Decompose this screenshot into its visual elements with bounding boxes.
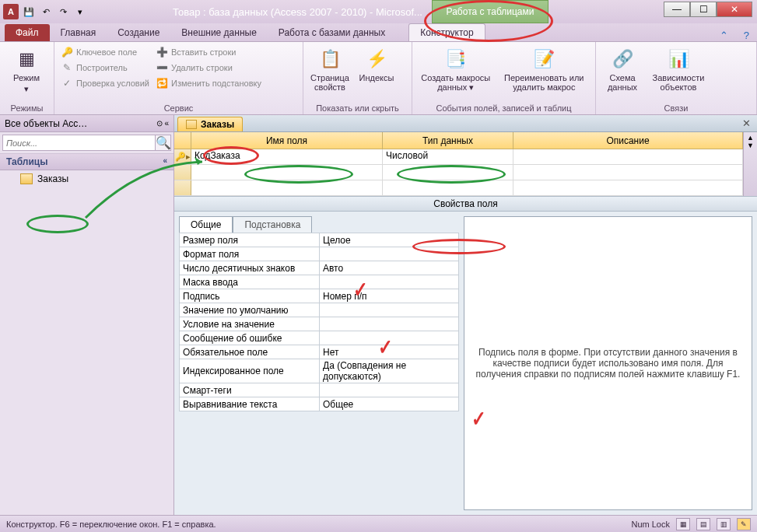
tab-home[interactable]: Главная (50, 24, 107, 41)
property-hint: Подпись поля в форме. При отсутствии дан… (464, 216, 752, 510)
property-name: Значение по умолчанию (180, 303, 320, 317)
property-value[interactable]: Номер п/п (320, 289, 459, 303)
property-row[interactable]: Выравнивание текстаОбщее (180, 397, 459, 411)
primary-key-button[interactable]: 🔑Ключевое поле (59, 45, 151, 59)
datasheet-icon: ▦ (14, 47, 39, 72)
row-selector[interactable]: 🔑▸ (174, 149, 191, 164)
field-row[interactable]: 🔑▸ КодЗаказа Числовой (174, 149, 743, 165)
tab-lookup[interactable]: Подстановка (233, 216, 312, 233)
property-row[interactable]: Размер поляЦелое (180, 233, 459, 247)
col-data-type[interactable]: Тип данных (383, 132, 513, 149)
title-bar: A 💾 ↶ ↷ ▾ Товар : база данных (Access 20… (0, 0, 757, 23)
minimize-button[interactable]: — (664, 2, 690, 17)
close-button[interactable]: ✕ (717, 2, 752, 17)
app-icon[interactable]: A (3, 4, 19, 19)
property-value[interactable]: Авто (320, 261, 459, 275)
tab-design[interactable]: Конструктор (408, 23, 485, 41)
property-row[interactable]: Значение по умолчанию (180, 303, 459, 317)
tab-external-data[interactable]: Внешние данные (170, 24, 268, 41)
doc-close-button[interactable]: ✕ (742, 117, 751, 129)
view-datasheet-button[interactable]: ▦ (676, 518, 690, 530)
property-value[interactable]: Общее (320, 397, 459, 411)
test-validation-button[interactable]: ✓Проверка условий (59, 76, 151, 90)
chevron-down-icon: ⊙ « (156, 119, 169, 128)
table-icon (20, 173, 33, 184)
relationships-button[interactable]: 🔗Схема данных (601, 45, 644, 93)
nav-item-zakazy[interactable]: Заказы (0, 170, 173, 187)
property-row[interactable]: Формат поля (180, 247, 459, 261)
property-row[interactable]: Смарт-теги (180, 383, 459, 397)
property-row[interactable]: Обязательное полеНет (180, 345, 459, 359)
key-icon: 🔑 (61, 46, 73, 58)
status-bar: Конструктор. F6 = переключение окон. F1 … (0, 515, 757, 532)
property-value[interactable]: Да (Совпадения не допускаются) (320, 359, 459, 383)
ribbon: ▦ Режим▾ Режимы 🔑Ключевое поле ✎Построит… (0, 42, 757, 115)
property-value[interactable] (320, 303, 459, 317)
group-tools-label: Сервис (59, 102, 298, 113)
property-row[interactable]: Маска ввода (180, 275, 459, 289)
rename-icon: 📝 (531, 47, 556, 72)
tab-db-tools[interactable]: Работа с базами данных (268, 24, 396, 41)
document-area: Заказы ✕ Имя поля Тип данных Описание 🔑▸ (174, 115, 757, 515)
window-title: Товар : база данных (Access 2007 - 2010)… (173, 6, 422, 18)
table-icon (186, 120, 197, 129)
modify-lookup-button[interactable]: 🔁Изменить подстановку (154, 76, 263, 90)
status-text: Конструктор. F6 = переключение окон. F1 … (6, 520, 216, 529)
delete-rows-button[interactable]: ➖Удалить строки (154, 61, 263, 75)
cell-field-name[interactable]: КодЗаказа (191, 149, 383, 164)
numlock-indicator: Num Lock (631, 520, 670, 529)
indexes-button[interactable]: ⚡Индексы (355, 45, 398, 84)
builder-button[interactable]: ✎Построитель (59, 61, 151, 75)
property-value[interactable] (320, 317, 459, 331)
property-value[interactable]: Целое (320, 233, 459, 247)
property-value[interactable] (320, 247, 459, 261)
cell-data-type[interactable]: Числовой (383, 149, 513, 164)
property-name: Размер поля (180, 233, 320, 247)
tab-general[interactable]: Общие (179, 216, 233, 233)
help-icon[interactable]: ? (736, 30, 757, 41)
design-grid-header: Имя поля Тип данных Описание (174, 132, 743, 149)
property-value[interactable] (320, 275, 459, 289)
wand-icon: ✎ (61, 61, 73, 74)
property-row[interactable]: ПодписьНомер п/п (180, 289, 459, 303)
property-row[interactable]: Сообщение об ошибке (180, 331, 459, 345)
dependencies-icon: 📊 (666, 47, 691, 72)
view-design-button[interactable]: ✎ (737, 518, 751, 530)
undo-icon[interactable]: ↶ (39, 5, 53, 19)
col-field-name[interactable]: Имя поля (191, 132, 383, 149)
doc-tab-zakazy[interactable]: Заказы (177, 117, 243, 131)
views-button[interactable]: ▦ Режим▾ (5, 45, 48, 96)
rename-delete-macro-button[interactable]: 📝Переименовать или удалить макрос (498, 45, 591, 93)
macro-icon: 📑 (443, 47, 468, 72)
object-dependencies-button[interactable]: 📊Зависимости объектов (647, 45, 710, 93)
maximize-button[interactable]: ☐ (690, 2, 717, 17)
property-value[interactable]: Нет (320, 345, 459, 359)
ribbon-minimize-icon[interactable]: ⌃ (712, 30, 736, 41)
property-row[interactable]: Индексированное полеДа (Совпадения не до… (180, 359, 459, 383)
view-pivot-button[interactable]: ▤ (696, 518, 710, 530)
view-chart-button[interactable]: ▥ (717, 518, 731, 530)
property-sheet-button[interactable]: 📋Страница свойств (308, 45, 352, 93)
col-description[interactable]: Описание (513, 132, 743, 149)
insert-rows-button[interactable]: ➕Вставить строки (154, 45, 263, 59)
redo-icon[interactable]: ↷ (56, 5, 70, 19)
qat-dropdown-icon[interactable]: ▾ (73, 5, 87, 19)
insert-row-icon: ➕ (156, 46, 168, 58)
cell-description[interactable] (513, 149, 743, 164)
tab-create[interactable]: Создание (107, 24, 170, 41)
property-row[interactable]: Число десятичных знаковАвто (180, 261, 459, 275)
property-row[interactable]: Условие на значение (180, 317, 459, 331)
nav-header[interactable]: Все объекты Acc… ⊙ « (0, 115, 173, 132)
nav-search-input[interactable] (2, 135, 156, 151)
property-name: Сообщение об ошибке (180, 331, 320, 345)
search-icon[interactable]: 🔍 (156, 135, 171, 151)
scrollbar-vertical[interactable]: ▲▼ (743, 132, 757, 196)
tab-file[interactable]: Файл (5, 24, 50, 41)
nav-group-tables[interactable]: Таблицы« (0, 154, 173, 170)
field-properties-title: Свойства поля (174, 196, 757, 212)
property-value[interactable] (320, 383, 459, 397)
property-value[interactable] (320, 331, 459, 345)
save-icon[interactable]: 💾 (22, 5, 36, 19)
create-data-macros-button[interactable]: 📑Создать макросы данных ▾ (417, 45, 495, 94)
check-icon: ✓ (61, 77, 73, 89)
